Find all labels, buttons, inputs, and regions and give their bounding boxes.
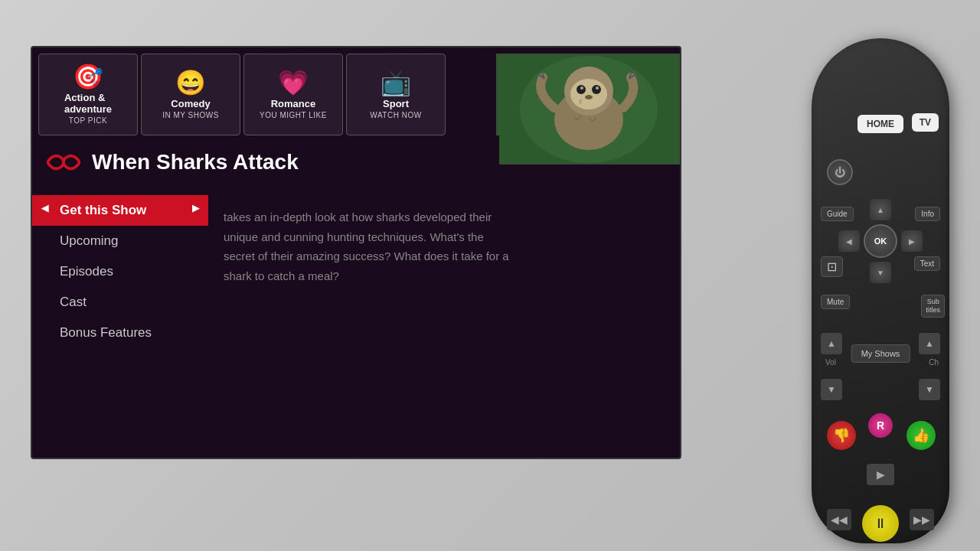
record-button[interactable]: R (868, 413, 893, 438)
sport-badge: WATCH NOW (370, 111, 421, 119)
description-area: takes an in-depth look at how sharks dev… (208, 189, 680, 458)
action-badge: TOP PICK (69, 116, 107, 125)
my-shows-button[interactable]: My Shows (851, 344, 910, 363)
romance-label: Romance (271, 98, 316, 109)
fast-forward-button[interactable]: ▶▶ (910, 509, 934, 530)
svg-point-7 (580, 86, 583, 90)
menu-item-upcoming[interactable]: Upcoming (32, 226, 208, 256)
mute-button[interactable]: Mute (821, 295, 850, 309)
rewind-button[interactable]: ◀◀ (827, 509, 851, 530)
show-title: When Sharks Attack (92, 150, 299, 174)
ok-button[interactable]: OK (864, 224, 897, 258)
dpad-left-button[interactable]: ◀ (838, 230, 860, 252)
svg-point-5 (577, 85, 586, 94)
tv-screen: 🎯 Action &adventure TOP PICK 😄 Comedy IN… (31, 46, 681, 459)
subtitles-button[interactable]: Subtitles (921, 295, 945, 318)
tv-button[interactable]: TV (912, 113, 939, 132)
category-romance[interactable]: 💗 Romance YOU MIGHT LIKE (243, 54, 343, 135)
romance-icon: 💗 (278, 70, 309, 95)
svg-point-6 (592, 85, 601, 94)
svg-point-8 (596, 86, 599, 90)
thumbs-up-button[interactable]: 👍 (906, 421, 936, 450)
vol-down-button[interactable]: ▼ (821, 379, 842, 400)
action-icon: 🎯 (73, 64, 103, 89)
text-button[interactable]: Text (914, 256, 940, 271)
menu-item-bonus[interactable]: Bonus Features (32, 318, 208, 348)
thumbs-down-button[interactable]: 👎 (827, 421, 856, 450)
play-small-button[interactable]: ▶ (867, 464, 894, 485)
side-menu: Get this Show Upcoming Episodes Cast Bon… (32, 189, 208, 458)
vol-label: Vol (825, 358, 836, 367)
ch-up-button[interactable]: ▲ (919, 333, 940, 354)
comedy-badge: IN MY SHOWS (162, 111, 219, 119)
power-button[interactable]: ⏻ (827, 159, 853, 185)
ch-down-button[interactable]: ▼ (919, 379, 940, 400)
remote-control: HOME TV ⏻ Guide Info ▲ ▼ ◀ ▶ OK ⊡ Text M… (804, 38, 957, 543)
action-label: Action &adventure (64, 92, 112, 115)
menu-item-episodes[interactable]: Episodes (32, 256, 208, 287)
dpad: ▲ ▼ ◀ ▶ OK (838, 199, 923, 283)
svg-point-4 (570, 79, 607, 109)
infinity-icon (44, 151, 83, 174)
ch-label: Ch (929, 358, 939, 367)
comedy-label: Comedy (171, 98, 210, 109)
preview-image (496, 54, 680, 165)
dpad-right-button[interactable]: ▶ (901, 230, 923, 252)
show-title-bar: When Sharks Attack (32, 135, 499, 189)
home-button[interactable]: HOME (858, 115, 903, 133)
dpad-up-button[interactable]: ▲ (870, 199, 891, 220)
category-comedy[interactable]: 😄 Comedy IN MY SHOWS (141, 54, 240, 135)
category-action[interactable]: 🎯 Action &adventure TOP PICK (38, 54, 138, 135)
category-sport[interactable]: 📺 Sport WATCH NOW (346, 54, 446, 135)
vol-up-button[interactable]: ▲ (821, 333, 842, 354)
romance-badge: YOU MIGHT LIKE (260, 111, 327, 119)
menu-item-get-show[interactable]: Get this Show (32, 195, 208, 226)
sport-label: Sport (383, 98, 409, 109)
sloth-visual (497, 54, 679, 164)
menu-item-cast[interactable]: Cast (32, 287, 208, 318)
main-content: Get this Show Upcoming Episodes Cast Bon… (32, 189, 680, 458)
pause-button[interactable]: ⏸ (862, 505, 899, 542)
svg-point-9 (585, 95, 593, 99)
show-description: takes an in-depth look at how sharks dev… (224, 207, 514, 285)
dpad-down-button[interactable]: ▼ (870, 262, 891, 283)
screen-button[interactable]: ⊡ (821, 256, 843, 277)
comedy-icon: 😄 (175, 70, 206, 95)
sport-icon: 📺 (381, 70, 411, 95)
sloth-svg (497, 54, 680, 165)
